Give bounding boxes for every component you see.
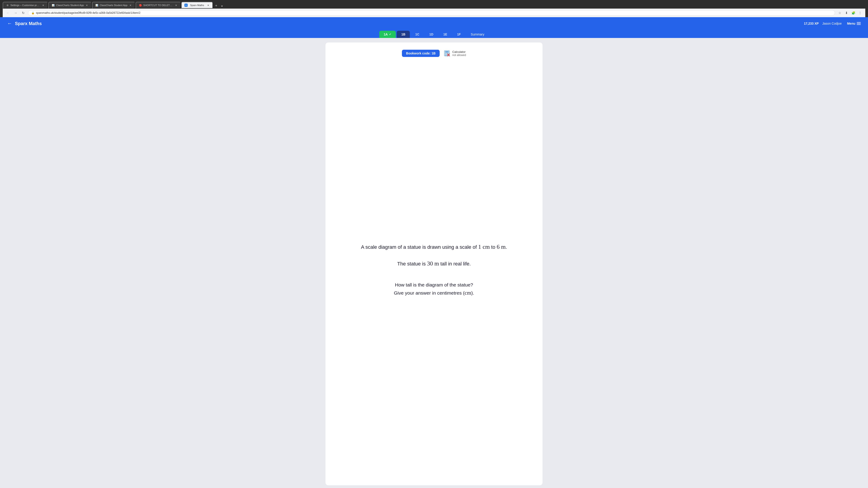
tab-favicon-3: 📊	[95, 4, 98, 7]
bookmark-button[interactable]: ☆	[837, 10, 843, 16]
tab-summary-label: Summary	[471, 33, 485, 36]
tab-1C-label: 1C	[415, 33, 419, 36]
header-right: 17,233 XP Jason Codjoe Menu	[804, 21, 863, 26]
profile-button[interactable]: ⋮	[857, 10, 863, 16]
xp-display: 17,233 XP	[804, 22, 818, 25]
tab-close-3[interactable]: ✕	[129, 4, 132, 7]
browser-actions: ☆ ⬇ 🧩 ⋮	[837, 10, 863, 16]
unit-math: cm	[465, 290, 471, 296]
tab-close-1[interactable]: ✕	[41, 4, 45, 7]
address-bar[interactable]: 🔒 sparxmaths.uk/student/package/ee0ffcd9…	[28, 10, 835, 15]
hamburger-icon	[857, 22, 861, 25]
question-content: A scale diagram of a statue is drawn usi…	[333, 61, 535, 478]
tab-1F[interactable]: 1F	[453, 31, 465, 38]
browser-tab-5[interactable]: S Sparx Maths ✕	[181, 2, 213, 8]
menu-button[interactable]: Menu	[845, 21, 863, 26]
scale1-math: 1 cm	[478, 243, 490, 250]
back-arrow-icon: ←	[7, 21, 12, 26]
tab-favicon-2: 📊	[52, 4, 55, 7]
question-line3: How tall is the diagram of the statue?	[395, 281, 473, 289]
calculator-label: Calculator	[452, 50, 466, 54]
tab-title-2: ClassCharts Student App	[56, 4, 84, 6]
menu-label: Menu	[847, 22, 855, 25]
main-content: Bookwork code: 1B	[0, 38, 868, 488]
tab-summary[interactable]: Summary	[466, 31, 489, 38]
tab-1D[interactable]: 1D	[425, 31, 438, 38]
tab-favicon-1: ⚙	[6, 4, 9, 7]
tab-title-5: Sparx Maths	[189, 4, 205, 6]
forward-button[interactable]: →	[13, 10, 19, 16]
tab-close-4[interactable]: ✕	[175, 4, 178, 7]
content-card: Bookwork code: 1B	[326, 42, 542, 485]
svg-rect-1	[445, 51, 449, 53]
browser-tab-2[interactable]: 📊 ClassCharts Student App ✕	[49, 2, 92, 8]
browser-tab-3[interactable]: 📊 ClassCharts Student App ✕	[92, 2, 135, 8]
calculator-label-block: Calculator not allowed	[452, 50, 466, 57]
browser-tab-4[interactable]: 🔴 SHORTCUT TO DELETE TAB ✕	[135, 2, 181, 8]
value-math: 30 m	[427, 260, 439, 267]
app-header: ← Sparx Maths 17,233 XP Jason Codjoe Men…	[0, 17, 868, 30]
bookwork-code: Bookwork code: 1B	[402, 50, 440, 57]
browser-tab-1[interactable]: ⚙ Settings – Customise profile ✕	[3, 2, 48, 8]
tab-title-4: SHORTCUT TO DELETE TAB	[143, 4, 173, 6]
browser-toolbar: ← → ↻ 🔒 sparxmaths.uk/student/package/ee…	[3, 8, 865, 17]
user-name: Jason Codjoe	[822, 22, 842, 25]
tab-1D-label: 1D	[429, 33, 433, 36]
back-button[interactable]: ←	[5, 20, 14, 27]
extensions-button[interactable]: 🧩	[850, 10, 856, 16]
tab-dropdown-button[interactable]: ▾	[219, 4, 224, 8]
tab-title-3: ClassCharts Student App	[100, 4, 127, 6]
bookwork-header: Bookwork code: 1B	[333, 50, 535, 57]
question-line1: A scale diagram of a statue is drawn usi…	[361, 242, 507, 252]
lock-icon: 🔒	[31, 11, 35, 14]
tab-1A-label: 1A	[384, 33, 388, 36]
tab-close-5[interactable]: ✕	[207, 4, 210, 7]
tab-1A-checkmark: ✓	[389, 33, 391, 36]
app-logo: Sparx Maths	[15, 21, 42, 26]
tab-favicon-5: S	[184, 4, 188, 7]
tab-1A[interactable]: 1A ✓	[379, 31, 396, 38]
tab-1B[interactable]: 1B	[397, 31, 410, 38]
question-line4: Give your answer in centimetres (cm).	[394, 289, 474, 297]
svg-rect-6	[446, 55, 447, 56]
calculator-status: Calculator not allowed	[443, 50, 466, 57]
tab-1E[interactable]: 1E	[439, 31, 452, 38]
svg-rect-2	[445, 53, 446, 54]
svg-rect-5	[445, 55, 446, 56]
tab-favicon-4: 🔴	[139, 4, 142, 7]
calculator-icon	[443, 50, 451, 57]
new-tab-button[interactable]: +	[213, 3, 219, 8]
tab-1E-label: 1E	[443, 33, 447, 36]
nav-tabs: 1A ✓ 1B 1C 1D 1E 1F Summary	[379, 31, 489, 38]
browser-tabs: ⚙ Settings – Customise profile ✕ 📊 Class…	[3, 2, 865, 8]
tab-close-2[interactable]: ✕	[85, 4, 88, 7]
back-button[interactable]: ←	[5, 10, 11, 16]
download-button[interactable]: ⬇	[844, 10, 849, 16]
tab-1B-label: 1B	[401, 33, 405, 36]
tab-title-1: Settings – Customise profile	[10, 4, 40, 6]
browser-chrome: ⚙ Settings – Customise profile ✕ 📊 Class…	[0, 0, 868, 17]
reload-button[interactable]: ↻	[20, 10, 26, 16]
scale2-math: 6 m	[497, 243, 506, 250]
tab-1C[interactable]: 1C	[411, 31, 424, 38]
calculator-not-allowed: not allowed	[452, 54, 466, 57]
tab-1F-label: 1F	[457, 33, 461, 36]
nav-tabs-container: 1A ✓ 1B 1C 1D 1E 1F Summary	[0, 30, 868, 38]
question-line2: The statue is 30 m tall in real life.	[397, 259, 471, 268]
address-text: sparxmaths.uk/student/package/ee0ffcd9-9…	[36, 11, 832, 14]
